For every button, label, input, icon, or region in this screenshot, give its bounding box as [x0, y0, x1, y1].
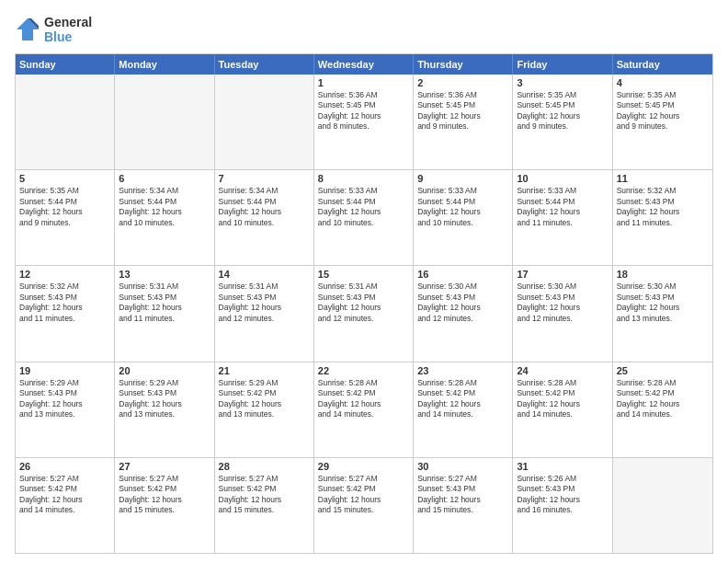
day-number: 21 — [219, 365, 310, 376]
day-number: 6 — [119, 173, 210, 184]
cal-row-1: 5Sunrise: 5:35 AMSunset: 5:44 PMDaylight… — [16, 170, 712, 266]
cell-line: and 13 minutes. — [19, 409, 110, 419]
cell-line: Daylight: 12 hours — [219, 207, 310, 217]
cell-line: Sunset: 5:45 PM — [517, 100, 608, 110]
header-friday: Friday — [513, 54, 612, 75]
cell-line: and 16 minutes. — [517, 505, 608, 515]
cell-line: Sunrise: 5:31 AM — [119, 282, 210, 292]
cell-line: Sunset: 5:42 PM — [318, 484, 409, 494]
day-number: 28 — [219, 461, 310, 472]
day-number: 18 — [617, 269, 709, 280]
cal-cell — [115, 75, 214, 169]
cell-line: Daylight: 12 hours — [318, 111, 409, 121]
day-number: 23 — [417, 365, 508, 376]
cell-line: and 11 minutes. — [617, 218, 709, 228]
cell-line: Sunset: 5:42 PM — [318, 388, 409, 398]
cell-line: Sunset: 5:43 PM — [219, 293, 310, 303]
day-number: 26 — [19, 461, 110, 472]
cell-line: Sunset: 5:43 PM — [119, 388, 210, 398]
cell-line: Sunset: 5:42 PM — [219, 388, 310, 398]
cell-line: Daylight: 12 hours — [617, 111, 709, 121]
day-number: 16 — [417, 269, 508, 280]
cell-line: Sunset: 5:42 PM — [119, 484, 210, 494]
cell-line: Daylight: 12 hours — [517, 207, 608, 217]
cell-line: and 8 minutes. — [318, 121, 409, 132]
cell-line: and 10 minutes. — [119, 218, 210, 228]
cell-line: Sunset: 5:44 PM — [517, 197, 608, 207]
calendar: SundayMondayTuesdayWednesdayThursdayFrid… — [15, 53, 713, 554]
day-number: 7 — [219, 173, 310, 184]
cell-line: Daylight: 12 hours — [617, 399, 709, 409]
cell-line: Sunrise: 5:30 AM — [517, 282, 608, 292]
cell-line: Sunrise: 5:34 AM — [219, 186, 310, 196]
cell-line: Sunset: 5:43 PM — [417, 484, 508, 494]
cell-line: and 9 minutes. — [617, 121, 709, 132]
cell-line: Sunset: 5:44 PM — [318, 197, 409, 207]
cell-line: Sunrise: 5:27 AM — [219, 474, 310, 484]
cell-line: and 9 minutes. — [517, 121, 608, 132]
svg-marker-0 — [17, 18, 39, 40]
cell-line: Sunrise: 5:28 AM — [417, 378, 508, 388]
header-wednesday: Wednesday — [314, 54, 414, 75]
cell-line: Sunrise: 5:29 AM — [119, 378, 210, 388]
cal-row-0: 1Sunrise: 5:36 AMSunset: 5:45 PMDaylight… — [16, 75, 712, 170]
cal-cell: 31Sunrise: 5:26 AMSunset: 5:43 PMDayligh… — [513, 458, 612, 553]
cell-line: Daylight: 12 hours — [417, 399, 508, 409]
day-number: 3 — [517, 77, 608, 88]
cell-line: Daylight: 12 hours — [119, 495, 210, 505]
cell-line: Sunset: 5:42 PM — [219, 484, 310, 494]
cell-line: and 15 minutes. — [219, 505, 310, 515]
cell-line: Sunrise: 5:28 AM — [318, 378, 409, 388]
cal-cell: 3Sunrise: 5:35 AMSunset: 5:45 PMDaylight… — [513, 75, 612, 169]
cell-line: and 14 minutes. — [19, 505, 110, 515]
cell-line: and 11 minutes. — [517, 218, 608, 228]
cell-line: and 13 minutes. — [119, 409, 210, 419]
day-number: 4 — [617, 77, 709, 88]
cell-line: Sunrise: 5:36 AM — [318, 90, 409, 100]
cell-line: and 11 minutes. — [119, 314, 210, 324]
cal-cell: 9Sunrise: 5:33 AMSunset: 5:44 PMDaylight… — [414, 170, 513, 265]
cal-cell: 29Sunrise: 5:27 AMSunset: 5:42 PMDayligh… — [314, 458, 414, 553]
calendar-body: 1Sunrise: 5:36 AMSunset: 5:45 PMDaylight… — [16, 75, 712, 553]
cell-line: Sunrise: 5:26 AM — [517, 474, 608, 484]
cell-line: Sunrise: 5:33 AM — [517, 186, 608, 196]
cell-line: Sunrise: 5:27 AM — [417, 474, 508, 484]
cal-cell: 26Sunrise: 5:27 AMSunset: 5:42 PMDayligh… — [16, 458, 115, 553]
cell-line: and 15 minutes. — [318, 505, 409, 515]
header: General Blue — [15, 15, 713, 44]
cell-line: Sunrise: 5:30 AM — [417, 282, 508, 292]
cell-line: Sunset: 5:44 PM — [417, 197, 508, 207]
day-number: 25 — [617, 365, 709, 376]
cell-line: Sunrise: 5:35 AM — [19, 186, 110, 196]
cell-line: Daylight: 12 hours — [318, 495, 409, 505]
cell-line: Sunset: 5:45 PM — [318, 100, 409, 110]
header-tuesday: Tuesday — [215, 54, 314, 75]
day-number: 20 — [119, 365, 210, 376]
cal-cell: 7Sunrise: 5:34 AMSunset: 5:44 PMDaylight… — [215, 170, 314, 265]
cal-cell: 11Sunrise: 5:32 AMSunset: 5:43 PMDayligh… — [613, 170, 712, 265]
cell-line: Sunset: 5:45 PM — [617, 100, 709, 110]
cal-cell — [215, 75, 314, 169]
cell-line: Daylight: 12 hours — [318, 207, 409, 217]
cal-cell: 6Sunrise: 5:34 AMSunset: 5:44 PMDaylight… — [115, 170, 214, 265]
cell-line: Daylight: 12 hours — [318, 399, 409, 409]
cell-line: Daylight: 12 hours — [417, 495, 508, 505]
cell-line: Daylight: 12 hours — [517, 111, 608, 121]
cal-cell: 20Sunrise: 5:29 AMSunset: 5:43 PMDayligh… — [115, 362, 214, 457]
cal-cell: 17Sunrise: 5:30 AMSunset: 5:43 PMDayligh… — [513, 266, 612, 361]
header-thursday: Thursday — [414, 54, 513, 75]
cal-cell: 23Sunrise: 5:28 AMSunset: 5:42 PMDayligh… — [414, 362, 513, 457]
cell-line: Sunrise: 5:31 AM — [219, 282, 310, 292]
cell-line: and 14 minutes. — [417, 409, 508, 419]
header-sunday: Sunday — [16, 54, 115, 75]
cell-line: Daylight: 12 hours — [517, 303, 608, 313]
cell-line: Sunset: 5:44 PM — [19, 197, 110, 207]
cal-cell: 30Sunrise: 5:27 AMSunset: 5:43 PMDayligh… — [414, 458, 513, 553]
cell-line: Daylight: 12 hours — [417, 207, 508, 217]
cell-line: Sunset: 5:42 PM — [617, 388, 709, 398]
cell-line: Daylight: 12 hours — [517, 399, 608, 409]
cell-line: Daylight: 12 hours — [219, 495, 310, 505]
cell-line: Sunrise: 5:32 AM — [19, 282, 110, 292]
cal-cell: 16Sunrise: 5:30 AMSunset: 5:43 PMDayligh… — [414, 266, 513, 361]
cell-line: and 9 minutes. — [19, 218, 110, 228]
